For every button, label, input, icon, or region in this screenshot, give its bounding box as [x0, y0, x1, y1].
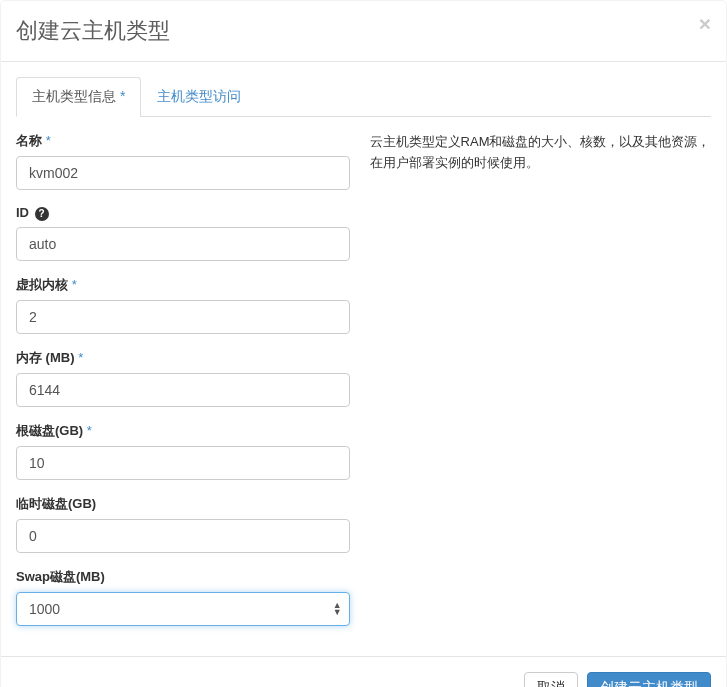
ram-input[interactable]	[16, 373, 350, 407]
field-id: ID ?	[16, 205, 350, 261]
modal-title: 创建云主机类型	[16, 16, 711, 46]
tab-flavor-info[interactable]: 主机类型信息 *	[16, 77, 141, 117]
cancel-button[interactable]: 取消	[524, 672, 578, 687]
ephemeral-input[interactable]	[16, 519, 350, 553]
create-flavor-modal: 创建云主机类型 × 主机类型信息 * 主机类型访问 名称	[0, 0, 727, 687]
modal-header: 创建云主机类型 ×	[1, 1, 726, 62]
field-vcpus: 虚拟内核 *	[16, 276, 350, 334]
root-disk-label: 根磁盘(GB) *	[16, 422, 350, 440]
required-mark: *	[46, 133, 51, 148]
vcpus-label: 虚拟内核 *	[16, 276, 350, 294]
required-mark: *	[72, 277, 77, 292]
tab-list: 主机类型信息 * 主机类型访问	[16, 77, 711, 117]
tab-content: 名称 * ID ? 虚拟内核 *	[16, 132, 711, 641]
chevron-down-icon[interactable]: ▼	[333, 609, 342, 616]
form-column: 名称 * ID ? 虚拟内核 *	[16, 132, 350, 641]
swap-spinner: ▲ ▼	[16, 592, 350, 626]
swap-label: Swap磁盘(MB)	[16, 568, 350, 586]
required-mark: *	[87, 423, 92, 438]
field-ephemeral-disk: 临时磁盘(GB)	[16, 495, 350, 553]
tab-flavor-access[interactable]: 主机类型访问	[141, 77, 257, 117]
modal-body: 主机类型信息 * 主机类型访问 名称 *	[1, 62, 726, 656]
name-input[interactable]	[16, 156, 350, 190]
field-root-disk: 根磁盘(GB) *	[16, 422, 350, 480]
field-name: 名称 *	[16, 132, 350, 190]
spinner-controls[interactable]: ▲ ▼	[333, 602, 342, 616]
help-icon[interactable]: ?	[35, 207, 49, 221]
tab-label: 主机类型信息	[32, 88, 116, 104]
vcpus-input[interactable]	[16, 300, 350, 334]
root-disk-input[interactable]	[16, 446, 350, 480]
field-swap-disk: Swap磁盘(MB) ▲ ▼	[16, 568, 350, 626]
id-input[interactable]	[16, 227, 350, 261]
tab-label: 主机类型访问	[157, 88, 241, 104]
ram-label: 内存 (MB) *	[16, 349, 350, 367]
modal-footer: 取消 创建云主机类型	[1, 656, 726, 687]
submit-button[interactable]: 创建云主机类型	[587, 672, 711, 687]
swap-input[interactable]	[16, 592, 350, 626]
close-icon[interactable]: ×	[699, 13, 711, 34]
name-label: 名称 *	[16, 132, 350, 150]
required-mark: *	[78, 350, 83, 365]
id-label: ID ?	[16, 205, 350, 221]
field-ram: 内存 (MB) *	[16, 349, 350, 407]
ephemeral-label: 临时磁盘(GB)	[16, 495, 350, 513]
help-text: 云主机类型定义RAM和磁盘的大小、核数，以及其他资源，在用户部署实例的时候使用。	[370, 132, 711, 641]
required-mark: *	[120, 88, 125, 104]
